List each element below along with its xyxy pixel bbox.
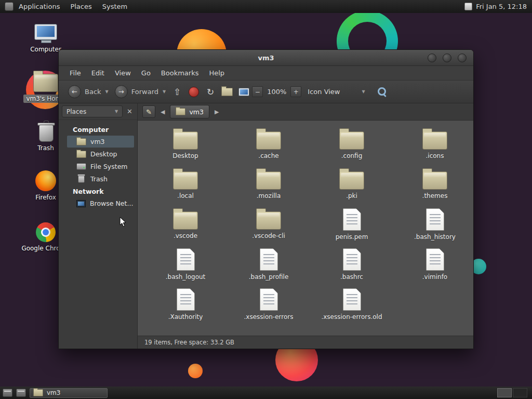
taskbar-item-vm3[interactable]: vm3 [30,388,108,398]
drive-icon [76,163,86,170]
menu-places[interactable]: Places [65,0,97,13]
menu-bookmarks[interactable]: Bookmarks [156,69,204,77]
distro-menu-icon[interactable] [5,2,14,11]
document-icon [343,208,361,231]
file-label: .bashrc [340,273,363,281]
path-scroll-left-icon[interactable]: ◀ [159,109,166,115]
file-label: Desktop [172,152,198,159]
edit-location-button[interactable]: ✎ [142,105,155,118]
file-item-xsession-errors-old[interactable]: .xsession-errors.old [310,287,393,327]
file-item-local[interactable]: .local [144,167,227,207]
clock[interactable]: Fri Jan 5, 12:18 [476,3,527,10]
file-label: .xsession-errors.old [321,313,382,321]
file-item-icons[interactable]: .icons [393,127,473,167]
places-tree: Computer vm3 Desktop File System [59,120,137,210]
file-label: .icons [426,152,444,159]
file-item-desktop[interactable]: Desktop [144,127,227,167]
menu-edit[interactable]: Edit [86,69,110,77]
search-button[interactable] [377,86,388,97]
sidebar-item-desktop[interactable]: Desktop [67,148,134,160]
folder-icon [422,171,447,190]
desktop-icon-computer[interactable]: Computer [21,24,71,53]
path-scroll-right-icon[interactable]: ▶ [213,109,220,115]
menu-go[interactable]: Go [136,69,156,77]
sidebar-mode-label: Places [66,108,86,115]
sidebar-item-trash[interactable]: Trash [67,173,134,185]
folder-icon [256,171,281,190]
file-item-bash-logout[interactable]: .bash_logout [144,247,227,287]
menu-system[interactable]: System [97,0,132,13]
file-item-mozilla[interactable]: .mozilla [227,167,310,207]
up-button[interactable]: ⇧ [169,84,185,100]
file-label: .themes [422,192,448,200]
desktop-icon-label: Computer [30,46,61,53]
maximize-button[interactable] [443,54,451,62]
close-button[interactable] [458,54,467,62]
menu-file[interactable]: File [64,69,86,77]
sidebar-item-vm3[interactable]: vm3 [67,136,134,148]
refresh-button[interactable]: ↻ [202,84,219,100]
file-item-vscode[interactable]: .vscode [144,207,227,247]
notification-icon[interactable] [464,3,472,10]
file-item-bash-history[interactable]: .bash_history [393,207,473,247]
forward-dropdown-caret[interactable]: ▼ [163,89,166,94]
file-label: .config [341,152,363,159]
document-icon [177,288,195,311]
status-text: 19 items, Free space: 33.2 GB [144,339,234,346]
trash-icon [78,175,85,183]
menu-view[interactable]: View [110,69,136,77]
sidebar-item-filesystem[interactable]: File System [67,161,134,172]
menu-help[interactable]: Help [204,69,230,77]
back-button[interactable]: ← Back ▼ [65,83,112,100]
computer-button[interactable] [235,84,252,100]
back-dropdown-caret[interactable]: ▼ [105,89,109,94]
sidebar-section-computer[interactable]: Computer [59,124,137,136]
file-item-penis-pem[interactable]: penis.pem [310,207,393,247]
forward-arrow-icon: → [115,85,128,98]
bottom-panel: vm3 [0,387,532,399]
computer-icon [238,88,249,96]
show-desktop-icon[interactable] [3,389,12,397]
forward-button[interactable]: → Forward ▼ [112,83,169,100]
stop-button[interactable] [185,84,202,100]
file-manager-launcher-icon[interactable] [16,389,26,397]
file-item-cache[interactable]: .cache [227,127,310,167]
file-item-vscode-cli[interactable]: .vscode-cli [227,207,310,247]
window-titlebar[interactable]: vm3 [59,50,473,66]
sidebar-item-label: Desktop [90,150,117,158]
window-icon [33,389,43,396]
sidebar-mode-select[interactable]: Places ▼ [62,105,123,117]
computer-icon [34,24,57,43]
file-label: .bash_history [414,233,456,241]
mouse-cursor [119,217,127,228]
home-folder-icon [33,74,58,92]
workspace-2[interactable] [513,388,527,397]
window-title: vm3 [59,54,473,62]
file-item-pki[interactable]: .pki [310,167,393,207]
path-button-vm3[interactable]: vm3 [170,105,209,118]
menu-applications[interactable]: Applications [14,0,65,13]
document-icon [426,208,444,231]
file-item-bashrc[interactable]: .bashrc [310,247,393,287]
back-label: Back [85,88,101,96]
sidebar-item-browse-network[interactable]: Browse Net... [67,197,134,209]
file-item-config[interactable]: .config [310,127,393,167]
file-label: .bash_profile [249,273,289,281]
file-label: .vscode-cli [252,232,285,240]
home-button[interactable] [219,84,235,100]
sidebar-close-icon[interactable]: ✕ [125,108,134,115]
file-item-xauthority[interactable]: .Xauthority [144,287,227,327]
minimize-button[interactable] [428,54,436,62]
zoom-out-button[interactable]: − [252,86,263,97]
view-mode-select[interactable]: Icon View ▼ [304,86,368,98]
sidebar-section-network[interactable]: Network [59,185,137,197]
file-item-viminfo[interactable]: .viminfo [393,247,473,287]
file-item-bash-profile[interactable]: .bash_profile [227,247,310,287]
zoom-in-button[interactable]: + [290,86,301,97]
desktop-screen: Computer vm3's Home Trash Firefox Google… [0,0,532,399]
wallpaper-orange-dot [188,364,203,378]
workspace-1[interactable] [497,388,512,397]
file-item-xsession-errors[interactable]: .xsession-errors [227,287,310,327]
document-icon [426,248,444,271]
file-item-themes[interactable]: .themes [393,167,473,207]
